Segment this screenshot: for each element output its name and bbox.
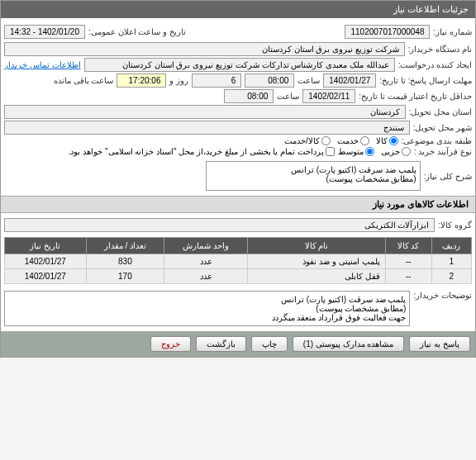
radio-medium-label: متوسط (338, 147, 364, 156)
announce-value: 1402/01/20 - 14:32 (4, 25, 85, 39)
validity-time: 08:00 (224, 89, 274, 103)
radio-goods[interactable]: کالا (376, 136, 398, 145)
need-number-value: 1102007017000048 (345, 25, 430, 39)
footer-bar: پاسخ به نیاز مشاهده مدارک پیوستی (1) چاپ… (1, 331, 475, 357)
goods-table: ردیف کد کالا نام کالا واحد شمارش تعداد /… (4, 237, 472, 284)
desc-label: شرح کلی نیاز: (424, 172, 472, 181)
print-button[interactable]: چاپ (251, 336, 288, 352)
th-qty: تعداد / مقدار (86, 238, 164, 254)
days-label: روز و (169, 76, 188, 85)
remaining-time: 17:20:06 (117, 74, 166, 88)
buyer-desc-value: پلمپ ضد سرقت (اکتیو پارت) ترانس (مطابق م… (4, 291, 410, 326)
radio-service-label: خدمت (337, 136, 359, 145)
checkbox-treasury-label: پرداخت تمام یا بخشی از مبلغ خرید،از محل … (69, 147, 324, 156)
table-row: 2--قفل کابلیعدد1701402/01/27 (5, 269, 472, 284)
validity-date: 1402/02/11 (302, 89, 355, 103)
category-label: طبقه بندی موضوعی: (402, 136, 472, 145)
need-number-label: شماره نیاز: (433, 27, 472, 36)
buyer-value: شرکت توزیع نیروی برق استان کردستان (4, 42, 405, 56)
group-value: ابزارآلات الکتریکی (4, 218, 435, 232)
checkbox-treasury-input[interactable] (326, 147, 335, 156)
process-label: نوع فرآیند خرید : (414, 147, 472, 156)
attachments-button[interactable]: مشاهده مدارک پیوستی (1) (293, 336, 405, 352)
city-label: شهر محل تحویل: (413, 123, 472, 132)
checkbox-treasury[interactable]: پرداخت تمام یا بخشی از مبلغ خرید،از محل … (69, 147, 335, 156)
radio-service[interactable]: خدمت (337, 136, 369, 145)
back-button[interactable]: بازگشت (196, 336, 246, 352)
radio-goods-label: کالا (376, 136, 388, 145)
buyer-desc-label: توضیحات خریدار: (413, 291, 472, 300)
window-title: جزئیات اطلاعات نیاز (1, 1, 475, 18)
radio-both-input[interactable] (321, 136, 331, 145)
desc-value: پلمپ ضد سرقت (اکتیو پارت) ترانس (مطابق م… (206, 161, 421, 191)
time-label-2: ساعت (277, 92, 299, 101)
th-unit: واحد شمارش (164, 238, 248, 254)
deadline-label: مهلت ارسال پاسخ: تا تاریخ: (379, 76, 472, 85)
remaining-label: ساعت باقی مانده (54, 76, 114, 85)
deadline-date: 1402/01/27 (323, 74, 376, 88)
creator-label: ایجاد کننده درخواست: (398, 60, 472, 69)
radio-medium[interactable]: متوسط (338, 147, 374, 156)
radio-both[interactable]: کالا/خدمت (284, 136, 331, 145)
contact-link[interactable]: اطلاعات تماس خریدار (4, 60, 81, 69)
city-value: سنندج (4, 121, 410, 135)
radio-service-input[interactable] (360, 136, 369, 145)
th-code: کد کالا (385, 238, 431, 254)
group-label: گروه کالا: (438, 221, 472, 230)
radio-medium-input[interactable] (365, 147, 374, 156)
radio-goods-input[interactable] (389, 136, 398, 145)
th-row: ردیف (431, 238, 472, 254)
validity-label: حداقل تاریخ اعتبار قیمت تا تاریخ: (359, 92, 472, 101)
th-date: تاریخ نیاز (5, 238, 87, 254)
deadline-time: 08:00 (245, 74, 294, 88)
goods-section-title: اطلاعات کالاهای مورد نیاز (1, 196, 475, 213)
reply-button[interactable]: پاسخ به نیاز (409, 336, 470, 352)
province-label: استان محل تحویل: (409, 107, 472, 116)
radio-small[interactable]: جزیی (381, 147, 411, 156)
creator-value: عبدالله ملک معبدی کارشناس تدارکات شرکت ت… (84, 58, 395, 72)
announce-label: تاریخ و ساعت اعلان عمومی: (88, 27, 186, 36)
radio-small-input[interactable] (402, 147, 411, 156)
time-label-1: ساعت (298, 76, 320, 85)
th-name: نام کالا (248, 238, 385, 254)
buyer-label: نام دستگاه خریدار: (408, 45, 472, 54)
province-value: کردستان (4, 105, 406, 119)
days-value: 6 (192, 74, 241, 88)
radio-both-label: کالا/خدمت (284, 136, 320, 145)
radio-small-label: جزیی (381, 147, 400, 156)
exit-button[interactable]: خروج (150, 336, 191, 352)
table-row: 1--پلمپ امنیتی و ضد نفوذعدد8301402/01/27 (5, 254, 472, 269)
